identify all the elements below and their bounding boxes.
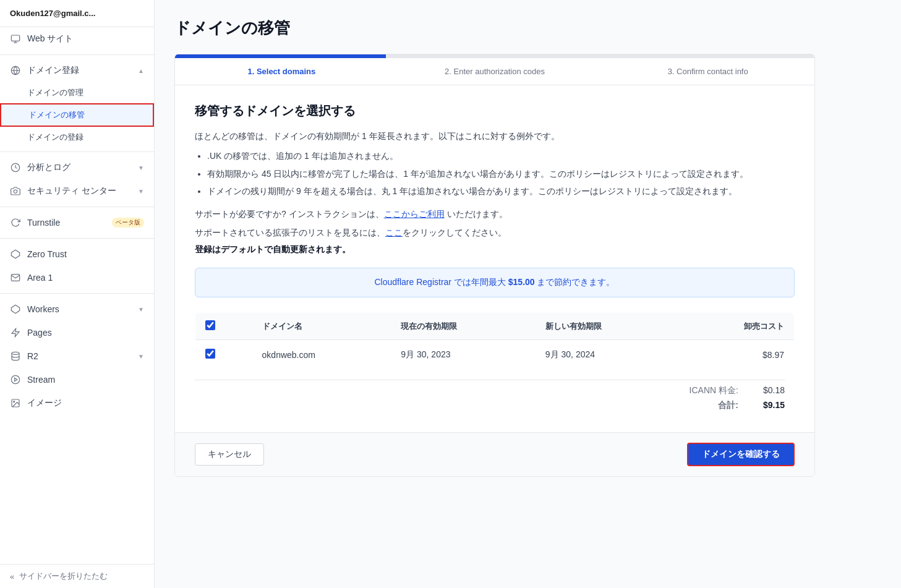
banner-pre: Cloudflare Registrar では年間最大	[375, 277, 508, 287]
main-content: ドメインの移管 1. Select domains 2. Enter autho…	[155, 0, 901, 588]
icann-value: $0.18	[763, 385, 785, 396]
sub-item-label: ドメインの移管	[28, 110, 85, 119]
svg-point-14	[14, 401, 15, 403]
row-checkbox-cell	[195, 340, 252, 370]
support-post2: をクリックしてください。	[403, 228, 506, 237]
select-all-checkbox[interactable]	[205, 320, 215, 330]
row-domain: okdnweb.com	[252, 340, 391, 370]
svg-rect-0	[11, 35, 19, 41]
camera-icon	[10, 185, 21, 197]
sub-item-label: ドメインの管理	[27, 88, 83, 97]
sidebar-collapse-button[interactable]: « サイドバーを折りたたむ	[0, 564, 154, 588]
chevron-down-icon: ▼	[138, 164, 144, 171]
col-current-expiry: 現在の有効期限	[391, 313, 536, 340]
wizard-content: 移管するドメインを選択する ほとんどの移管は、ドメインの有効期間が 1 年延長さ…	[175, 85, 814, 432]
sidebar-item-label: ドメイン登録	[27, 65, 132, 76]
support-link-2[interactable]: ここ	[385, 228, 403, 237]
sidebar-item-analytics[interactable]: 分析とログ ▼	[0, 156, 154, 179]
account-name: Okuden127@gmail.c...	[0, 0, 154, 27]
col-domain: ドメイン名	[252, 313, 391, 340]
sidebar-item-stream[interactable]: Stream	[0, 368, 154, 391]
row-new-expiry: 9月 30, 2024	[536, 340, 680, 370]
totals-section: ICANN 料金: $0.18 合計: $9.15	[195, 380, 795, 411]
sidebar-item-turnstile[interactable]: Turnstile ベータ版	[0, 211, 154, 234]
banner-highlight: $15.00	[508, 277, 535, 287]
sidebar-item-domain-transfer[interactable]: ドメインの移管	[0, 103, 154, 127]
sidebar-item-pages[interactable]: Pages	[0, 321, 154, 344]
sidebar-item-label: R2	[27, 351, 132, 361]
row-checkbox[interactable]	[205, 349, 215, 359]
sidebar-item-label: 分析とログ	[27, 162, 132, 173]
support-pre2: サポートされている拡張子のリストを見るには、	[195, 228, 385, 237]
support-post: いただけます。	[445, 209, 508, 219]
chevron-down-icon: ▼	[138, 306, 144, 313]
total-row: 合計: $9.15	[195, 400, 785, 411]
col-new-expiry: 新しい有効期限	[536, 313, 680, 340]
support-link-1[interactable]: ここからご利用	[384, 209, 445, 219]
icann-label: ICANN 料金:	[690, 385, 738, 396]
sidebar-item-workers[interactable]: Workers ▼	[0, 297, 154, 321]
mail-icon	[10, 272, 21, 283]
sidebar-item-label: Zero Trust	[27, 249, 144, 259]
sidebar-item-zero-trust[interactable]: Zero Trust	[0, 242, 154, 266]
sidebar-item-label: イメージ	[27, 398, 144, 409]
cancel-button[interactable]: キャンセル	[195, 443, 264, 466]
sidebar-item-images[interactable]: イメージ	[0, 391, 154, 415]
sidebar-item-area1[interactable]: Area 1	[0, 266, 154, 289]
chevron-down-icon: ▼	[138, 188, 144, 195]
support-text-2: サポートされている拡張子のリストを見るには、ここをクリックしてください。	[195, 226, 795, 239]
svg-point-11	[11, 375, 19, 383]
sidebar-item-label: Workers	[27, 304, 132, 314]
diamond-icon	[10, 249, 21, 260]
total-value: $9.15	[763, 400, 785, 411]
page-title: ドメインの移管	[174, 17, 815, 39]
database-icon	[10, 351, 21, 362]
globe-icon	[10, 65, 21, 76]
svg-point-10	[12, 352, 19, 354]
tab-step1[interactable]: 1. Select domains	[175, 58, 388, 85]
table-header-row: ドメイン名 現在の有効期限 新しい有効期限 卸売コスト	[195, 313, 795, 340]
bullet-item: .UK の移管では、追加の 1 年は追加されません。	[207, 149, 795, 163]
sidebar: Okuden127@gmail.c... Web サイト ドメイン登録 ▲ ドメ…	[0, 0, 155, 588]
svg-marker-7	[11, 250, 19, 258]
sidebar-item-label: Area 1	[27, 273, 144, 283]
bullet-list: .UK の移管では、追加の 1 年は追加されません。 有効期限から 45 日以内…	[195, 149, 795, 198]
sidebar-item-security[interactable]: セキュリティ センター ▼	[0, 179, 154, 203]
banner-post: まで節約できます。	[535, 277, 615, 287]
savings-banner: Cloudflare Registrar では年間最大 $15.00 まで節約で…	[195, 268, 795, 297]
chevron-up-icon: ▲	[138, 67, 144, 74]
domain-table: ドメイン名 現在の有効期限 新しい有効期限 卸売コスト okdnweb.com	[195, 312, 795, 370]
table-row: okdnweb.com 9月 30, 2023 9月 30, 2024 $8.9…	[195, 340, 795, 370]
monitor-icon	[10, 33, 21, 45]
total-label: 合計:	[718, 400, 738, 411]
refresh-icon	[10, 217, 21, 228]
svg-marker-8	[11, 305, 19, 313]
support-text-1: サポートが必要ですか? インストラクションは、ここからご利用 いただけます。	[195, 207, 795, 221]
row-current-expiry: 9月 30, 2023	[391, 340, 536, 370]
sidebar-item-label: Pages	[27, 328, 144, 338]
svg-point-6	[14, 190, 17, 193]
collapse-icon: «	[10, 572, 14, 581]
confirm-domains-button[interactable]: ドメインを確認する	[687, 443, 795, 466]
chevron-down-icon: ▼	[138, 353, 144, 360]
image-icon	[10, 398, 21, 409]
bullet-item: ドメインの残り期間が 9 年を超える場合は、丸 1 年は追加されない場合がありま…	[207, 184, 795, 198]
support-pre: サポートが必要ですか? インストラクションは、	[195, 209, 384, 219]
tab-step3[interactable]: 3. Confirm contact info	[601, 58, 814, 85]
intro-text: ほとんどの移管は、ドメインの有効期間が 1 年延長されます。以下はこれに対する例…	[195, 129, 795, 143]
sidebar-item-web-site[interactable]: Web サイト	[0, 27, 154, 51]
sidebar-item-domain-registration[interactable]: ドメイン登録 ▲	[0, 59, 154, 82]
sidebar-item-label: セキュリティ センター	[27, 185, 132, 197]
col-cost: 卸売コスト	[680, 313, 794, 340]
sidebar-item-label: Stream	[27, 375, 144, 385]
section-title: 移管するドメインを選択する	[195, 103, 795, 119]
sidebar-item-domain-register[interactable]: ドメインの登録	[0, 127, 154, 148]
tab-step2[interactable]: 2. Enter authorization codes	[388, 58, 602, 85]
wizard-card: 1. Select domains 2. Enter authorization…	[174, 54, 815, 477]
collapse-label: サイドバーを折りたたむ	[19, 571, 108, 582]
sidebar-item-label: Turnstile	[27, 218, 102, 228]
sidebar-item-domain-management[interactable]: ドメインの管理	[0, 82, 154, 103]
svg-marker-9	[12, 328, 19, 336]
sidebar-item-r2[interactable]: R2 ▼	[0, 344, 154, 368]
beta-badge: ベータ版	[112, 218, 144, 228]
